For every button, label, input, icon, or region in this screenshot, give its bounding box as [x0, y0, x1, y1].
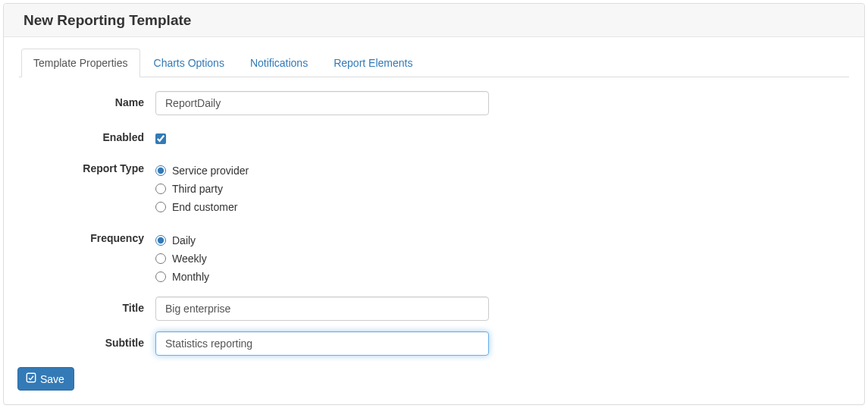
- radio-monthly[interactable]: Monthly: [155, 268, 209, 286]
- radio-label-end-customer: End customer: [172, 201, 237, 213]
- radio-weekly[interactable]: Weekly: [155, 250, 209, 268]
- tab-report-elements[interactable]: Report Elements: [321, 49, 425, 77]
- row-report-type: Report Type Service provider Third party…: [19, 157, 849, 216]
- tab-charts-options[interactable]: Charts Options: [142, 49, 237, 77]
- check-square-icon: [26, 372, 36, 385]
- label-frequency: Frequency: [19, 227, 155, 244]
- label-enabled: Enabled: [19, 126, 155, 143]
- tab-template-properties[interactable]: Template Properties: [21, 49, 140, 77]
- tab-notifications[interactable]: Notifications: [238, 49, 320, 77]
- page-title: New Reporting Template: [24, 12, 853, 29]
- panel-header: New Reporting Template: [4, 4, 864, 37]
- row-name: Name: [19, 91, 849, 115]
- label-name: Name: [19, 91, 155, 108]
- radio-service-provider[interactable]: Service provider: [155, 162, 249, 180]
- radio-input-end-customer[interactable]: [155, 202, 166, 212]
- radio-label-monthly: Monthly: [172, 271, 209, 283]
- radio-daily[interactable]: Daily: [155, 231, 209, 250]
- save-button-label: Save: [40, 373, 64, 385]
- row-subtitle: Subtitle: [19, 331, 849, 356]
- panel-body: Template Properties Charts Options Notif…: [4, 37, 864, 378]
- radio-third-party[interactable]: Third party: [155, 180, 249, 198]
- title-input[interactable]: [155, 297, 489, 321]
- radio-label-daily: Daily: [172, 234, 196, 246]
- radio-label-third-party: Third party: [172, 183, 223, 195]
- enabled-checkbox[interactable]: [155, 133, 166, 144]
- radio-input-daily[interactable]: [155, 235, 166, 246]
- label-subtitle: Subtitle: [19, 331, 155, 349]
- label-report-type: Report Type: [19, 157, 155, 174]
- name-input[interactable]: [155, 91, 489, 115]
- save-button[interactable]: Save: [17, 367, 74, 391]
- row-frequency: Frequency Daily Weekly Monthly: [19, 227, 849, 286]
- row-enabled: Enabled: [19, 126, 849, 146]
- radio-input-service-provider[interactable]: [155, 165, 166, 176]
- subtitle-input[interactable]: [155, 331, 489, 356]
- radio-label-service-provider: Service provider: [172, 165, 249, 177]
- form: Name Enabled Report Type Service provide…: [19, 77, 849, 356]
- tabs: Template Properties Charts Options Notif…: [19, 49, 849, 77]
- radio-end-customer[interactable]: End customer: [155, 198, 249, 216]
- label-title: Title: [19, 297, 155, 314]
- panel: New Reporting Template Template Properti…: [3, 3, 865, 405]
- radio-input-weekly[interactable]: [155, 253, 166, 264]
- row-title: Title: [19, 297, 849, 321]
- radio-input-monthly[interactable]: [155, 271, 166, 282]
- svg-rect-0: [27, 373, 35, 381]
- radio-label-weekly: Weekly: [172, 253, 207, 265]
- radio-input-third-party[interactable]: [155, 184, 166, 194]
